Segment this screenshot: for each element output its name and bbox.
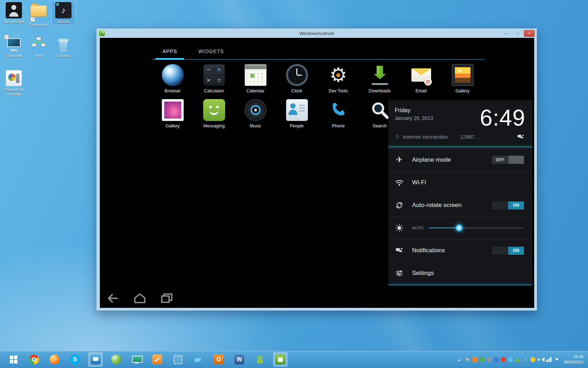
taskbar-remote-desktop-button[interactable] (130, 352, 144, 367)
gear-icon: ⚙ (327, 64, 349, 86)
wifi-row[interactable]: Wi-Fi (388, 171, 532, 194)
notifications-row[interactable]: Notifications ON (388, 239, 532, 262)
taskbar-twitter-button[interactable] (191, 352, 205, 367)
tray-show-hidden-icon[interactable]: ▲ (456, 356, 462, 363)
desktop-icon-pannello-di-controllo[interactable]: Pannello di controllo (2, 69, 25, 97)
app-gallery-2[interactable]: Gallery (152, 99, 193, 128)
tray-red-app-icon[interactable] (501, 357, 506, 362)
taskbar-green-orb-button[interactable] (109, 352, 123, 367)
airplane-mode-toggle[interactable]: OFF (492, 155, 524, 164)
desktop-icon-provvisoria[interactable]: Provvisoria (27, 1, 50, 28)
toggle-state-label: ON (508, 201, 524, 209)
tray-language-flag-icon[interactable]: ⚑ (554, 356, 560, 363)
app-gallery[interactable]: Gallery (442, 64, 483, 93)
qs-header: Friday January 25, 2013 6:49 (388, 100, 532, 130)
clock-icon (286, 64, 308, 86)
taskbar-word-button[interactable]: W (232, 352, 246, 367)
brightness-auto-label: AUTO (412, 226, 423, 230)
tray-network-icon[interactable] (546, 356, 552, 363)
qs-status-row[interactable]: ⇅ Internet connection 12867… (388, 130, 532, 146)
tray-green-app-icon[interactable] (479, 357, 485, 362)
clock-time: 19.49 (573, 355, 583, 359)
taskbar-firefox-button[interactable] (47, 352, 62, 367)
window-app-icon (99, 30, 105, 36)
auto-rotate-row[interactable]: Auto-rotate screen ON (388, 194, 532, 217)
app-dev-tools[interactable]: ⚙ Dev Tools (318, 64, 359, 93)
tray-triangle-app-icon[interactable] (515, 357, 520, 362)
people-icon (286, 99, 308, 121)
qs-status-label: Internet connection (403, 134, 448, 140)
taskbar-chrome-button[interactable] (27, 352, 41, 367)
app-calculator[interactable]: − + × = Calculator (193, 64, 235, 93)
toggle-state-label: OFF (492, 156, 508, 164)
app-messaging[interactable]: Messaging (193, 99, 235, 128)
at-sign-icon: @ (424, 78, 432, 86)
qs-date: January 25, 2013 (395, 115, 433, 121)
toggle-state-label: ON (508, 247, 524, 255)
download-icon (369, 64, 391, 86)
app-label: Browser (152, 88, 193, 93)
app-label: Calendar (235, 88, 276, 93)
taskbar-orange-app-button[interactable] (150, 352, 164, 367)
app-music[interactable]: Music (235, 99, 276, 128)
auto-rotate-toggle[interactable]: ON (492, 201, 524, 210)
app-label: Music (235, 123, 276, 128)
minimize-button[interactable]: — (501, 30, 511, 37)
airplane-mode-row[interactable]: ✈ Airplane mode OFF (388, 149, 532, 171)
airplane-icon: ✈ (394, 156, 404, 164)
tray-music-icon[interactable]: ♪ (522, 356, 529, 363)
wifi-label: Wi-Fi (412, 179, 426, 186)
app-label: Dev Tools (318, 88, 359, 93)
window-titlebar[interactable]: WindowsAndroid — □ × (97, 29, 537, 38)
wifi-icon (394, 179, 404, 186)
calc-symbol: × (204, 75, 214, 86)
folder-icon (30, 5, 47, 22)
brightness-slider[interactable] (429, 224, 523, 232)
nav-recents-button[interactable] (158, 292, 176, 304)
nav-back-button[interactable] (104, 292, 122, 304)
tray-volume-icon[interactable] (537, 356, 544, 363)
app-clock[interactable]: Clock (276, 64, 318, 93)
desktop-icon-cestino[interactable]: Cestino (52, 35, 75, 59)
taskbar-outlook-button[interactable]: O (212, 352, 226, 367)
close-button[interactable]: × (524, 30, 535, 37)
desktop-icon-computer[interactable]: Computer (2, 35, 25, 59)
taskbar-chat-app-button[interactable] (89, 352, 103, 367)
start-button[interactable] (5, 352, 22, 367)
taskbar-android-button[interactable] (253, 352, 267, 367)
calendar-icon (245, 64, 267, 86)
tray-blue-app-icon[interactable] (493, 357, 499, 362)
app-browser[interactable]: Browser (152, 64, 193, 93)
taskbar-clock[interactable]: 19.49 25/01/2013 (564, 354, 583, 365)
tray-orange-app-icon[interactable] (472, 357, 478, 362)
app-phone[interactable]: Phone (318, 99, 359, 128)
notification-icon (517, 133, 525, 141)
tray-mail-icon[interactable]: ✉ (464, 356, 470, 363)
tab-widgets[interactable]: WIDGETS (188, 44, 234, 59)
app-email[interactable]: @ Email (400, 64, 442, 93)
app-people[interactable]: People (276, 99, 318, 128)
desktop-icon-musica[interactable]: ♪ Musica (52, 1, 75, 25)
maximize-button[interactable]: □ (512, 30, 523, 37)
nav-home-button[interactable] (131, 292, 149, 304)
taskbar-snipping-tool-button[interactable] (171, 352, 185, 367)
brightness-slider-thumb[interactable] (456, 224, 463, 231)
tray-yellow-app-icon[interactable] (530, 357, 536, 362)
desktop-icon-label: Pannello di controllo (2, 87, 25, 97)
app-downloads[interactable]: Downloads (359, 64, 400, 93)
settings-row[interactable]: Settings (388, 262, 532, 284)
tab-apps[interactable]: APPS (152, 44, 188, 59)
tray-twitter-icon[interactable] (508, 357, 513, 362)
brightness-row[interactable]: AUTO (388, 217, 532, 239)
app-label: Calculator (193, 88, 235, 93)
app-calendar[interactable]: Calendar (235, 64, 276, 93)
notifications-toggle[interactable]: ON (492, 246, 524, 255)
desktop-icon-niccolo-roli[interactable]: Niccolo Roli (2, 1, 25, 25)
chrome-icon (29, 355, 39, 364)
selection-checkbox[interactable] (4, 35, 9, 39)
tray-gray-app-icon[interactable] (486, 357, 492, 362)
app-label: Gallery (442, 88, 483, 93)
taskbar-skype-button[interactable]: S (68, 352, 82, 367)
taskbar-windowsandroid-button[interactable] (273, 352, 287, 367)
desktop-icon-rete[interactable]: Rete (27, 35, 50, 59)
